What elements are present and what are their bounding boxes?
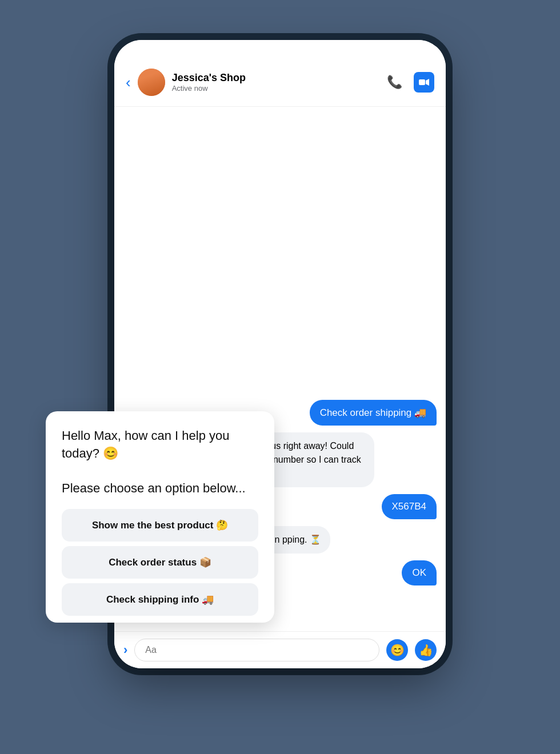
message-outgoing-3: OK bbox=[402, 560, 437, 585]
active-status: Active now bbox=[172, 84, 387, 93]
message-outgoing-2: X567B4 bbox=[382, 494, 437, 519]
chat-footer: › 😊 👍 bbox=[114, 631, 446, 668]
popup-card: Hello Max, how can I help you today? 😊 P… bbox=[46, 411, 274, 623]
expand-button[interactable]: › bbox=[123, 643, 127, 657]
chat-header: ‹ Jessica's Shop Active now 📞 bbox=[114, 40, 446, 107]
like-button[interactable]: 👍 bbox=[415, 639, 437, 661]
phone-icon[interactable]: 📞 bbox=[387, 75, 402, 90]
popup-greeting: Hello Max, how can I help you today? 😊 P… bbox=[62, 427, 258, 498]
header-info: Jessica's Shop Active now bbox=[172, 72, 387, 93]
svg-marker-1 bbox=[426, 79, 429, 86]
popup-options: Show me the best product 🤔 Check order s… bbox=[62, 509, 258, 616]
phone-wrapper: Hello Max, how can I help you today? 😊 P… bbox=[80, 40, 480, 714]
message-input[interactable] bbox=[134, 639, 379, 661]
popup-option-3[interactable]: Check shipping info 🚚 bbox=[62, 583, 258, 616]
popup-option-2[interactable]: Check order status 📦 bbox=[62, 546, 258, 579]
message-outgoing-1: Check order shipping 🚚 bbox=[310, 400, 437, 426]
popup-option-1[interactable]: Show me the best product 🤔 bbox=[62, 509, 258, 542]
shop-name: Jessica's Shop bbox=[172, 72, 387, 84]
svg-rect-0 bbox=[419, 79, 425, 85]
avatar bbox=[138, 69, 165, 96]
emoji-button[interactable]: 😊 bbox=[386, 639, 408, 661]
video-icon[interactable] bbox=[414, 72, 434, 93]
header-actions: 📞 bbox=[387, 72, 434, 93]
back-button[interactable]: ‹ bbox=[126, 74, 131, 91]
